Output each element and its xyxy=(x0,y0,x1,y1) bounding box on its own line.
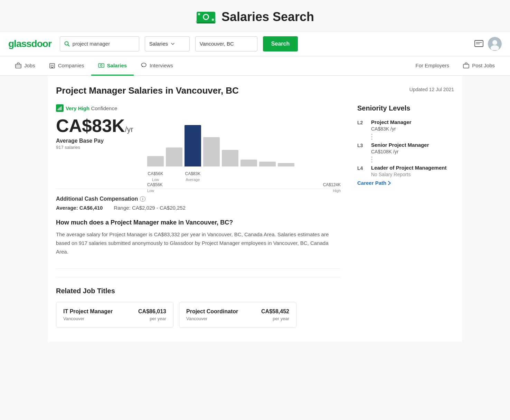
job-search-field[interactable] xyxy=(60,36,139,51)
related-job-salary: CA$86,013 xyxy=(138,308,166,315)
logo[interactable]: glassdoor xyxy=(8,38,51,49)
sidebar: Seniority Levels L2Project ManagerCA$83K… xyxy=(357,104,454,328)
tab-post-jobs[interactable]: Post Jobs xyxy=(456,56,502,76)
chart-bar: CA$56KLow xyxy=(147,156,164,166)
chevron-right-icon xyxy=(388,181,391,185)
profile-button[interactable] xyxy=(488,37,502,51)
messages-button[interactable] xyxy=(474,40,484,48)
updated-date: Updated 12 Jul 2021 xyxy=(409,87,454,92)
related-job-title: Project Coordinator xyxy=(186,308,238,315)
chart-bar: CA$83KAverage xyxy=(185,125,201,166)
confidence-icon xyxy=(56,104,64,112)
salary-amount: CA$83K/yr xyxy=(56,116,133,136)
chart-high-sub: High xyxy=(333,189,341,193)
navbar: glassdoor Salaries Search xyxy=(0,31,510,56)
confidence-text: Very High Confidence xyxy=(66,105,117,111)
building-icon xyxy=(49,62,55,68)
related-job-card[interactable]: Project CoordinatorCA$58,452Vancouverper… xyxy=(179,302,296,328)
svg-rect-27 xyxy=(59,108,59,110)
tab-jobs[interactable]: Jobs xyxy=(8,56,42,76)
seniority-job-title: Leader of Project Management xyxy=(371,165,454,171)
seniority-job-title: Project Manager xyxy=(371,119,454,125)
nav-right: For Employers Post Jobs xyxy=(409,56,502,76)
svg-rect-22 xyxy=(98,64,104,67)
salary-left: Very High Confidence CA$83K/yr Average B… xyxy=(56,104,133,178)
related-job-title: IT Project Manager xyxy=(63,308,113,315)
job-search-input[interactable] xyxy=(73,41,135,47)
chart-bar xyxy=(166,147,182,166)
svg-rect-3 xyxy=(198,13,200,15)
related-job-top-row: IT Project ManagerCA$86,013 xyxy=(63,308,166,315)
svg-rect-18 xyxy=(53,65,54,66)
additional-cash-values: Average: CA$6,410 Range: CA$2,029 - CA$2… xyxy=(56,205,341,211)
chat-icon xyxy=(141,62,147,68)
info-icon[interactable]: i xyxy=(140,196,145,202)
career-path-link[interactable]: Career Path xyxy=(357,180,454,186)
tab-salaries-label: Salaries xyxy=(107,63,127,68)
seniority-item: L4Leader of Project ManagementNo Salary … xyxy=(357,165,454,177)
chart-bar xyxy=(203,137,220,166)
category-dropdown[interactable]: Salaries xyxy=(145,36,190,51)
svg-rect-20 xyxy=(53,66,54,67)
search-icon xyxy=(64,41,70,47)
seniority-dot xyxy=(371,134,372,135)
chart-bar xyxy=(222,150,238,166)
confidence-badge: Very High Confidence xyxy=(56,104,133,112)
related-job-bottom-row: Vancouverper year xyxy=(186,315,289,321)
category-value: Salaries xyxy=(149,41,168,47)
post-jobs-icon xyxy=(463,62,469,68)
chart-low-sub: Low xyxy=(147,189,154,193)
page-banner-title: Salaries Search xyxy=(221,10,314,24)
seniority-item: L2Project ManagerCA$83K /yr xyxy=(357,119,454,132)
seniority-salary: No Salary Reports xyxy=(371,172,454,177)
seniority-dot xyxy=(371,159,372,160)
messages-icon xyxy=(474,40,484,48)
tab-interviews[interactable]: Interviews xyxy=(134,56,180,76)
top-banner: Salaries Search xyxy=(0,0,510,31)
tab-companies[interactable]: Companies xyxy=(42,56,91,76)
svg-rect-21 xyxy=(51,67,53,68)
related-job-location: Vancouver xyxy=(63,316,84,321)
svg-rect-4 xyxy=(212,19,214,21)
svg-line-8 xyxy=(68,45,69,46)
related-job-card[interactable]: IT Project ManagerCA$86,013Vancouverper … xyxy=(56,302,173,328)
related-job-bottom-row: Vancouverper year xyxy=(63,315,166,321)
related-jobs-section: Related Job Titles IT Project ManagerCA$… xyxy=(56,277,341,328)
main-content: Project Manager Salaries in Vancouver, B… xyxy=(48,76,462,342)
briefcase-icon xyxy=(15,62,21,68)
salary-section: Very High Confidence CA$83K/yr Average B… xyxy=(56,104,341,178)
additional-cash-section: Additional Cash Compensation i Average: … xyxy=(56,189,341,211)
seniority-level-label: L2 xyxy=(357,120,367,125)
location-input[interactable] xyxy=(195,36,257,51)
related-job-salary: CA$58,452 xyxy=(261,308,289,315)
tab-for-employers[interactable]: For Employers xyxy=(409,56,456,76)
chart-bar xyxy=(259,162,276,166)
svg-rect-26 xyxy=(58,109,58,110)
page-title: Project Manager Salaries in Vancouver, B… xyxy=(56,85,239,96)
seniority-info: Project ManagerCA$83K /yr xyxy=(371,119,454,132)
money-icon xyxy=(196,10,216,24)
chevron-down-icon xyxy=(171,42,175,46)
chart-low-sublabel: Low xyxy=(152,178,159,182)
seniority-connector xyxy=(371,134,454,140)
seniority-info: Senior Project ManagerCA$108K /yr xyxy=(371,142,454,154)
chart-bar xyxy=(240,160,257,166)
svg-rect-6 xyxy=(197,22,215,23)
tab-salaries[interactable]: Salaries xyxy=(91,56,134,76)
salary-label: Average Base Pay xyxy=(56,138,133,144)
content-main: Very High Confidence CA$83K/yr Average B… xyxy=(56,104,341,328)
seniority-salary: CA$83K /yr xyxy=(371,126,454,132)
related-job-period: per year xyxy=(273,316,289,321)
page-header: Project Manager Salaries in Vancouver, B… xyxy=(56,85,454,96)
search-button[interactable]: Search xyxy=(263,36,298,51)
cash-avg: Average: CA$6,410 xyxy=(56,205,103,211)
dollar-icon xyxy=(98,62,104,68)
svg-rect-28 xyxy=(60,107,60,110)
svg-rect-29 xyxy=(61,106,62,110)
post-jobs-label: Post Jobs xyxy=(472,63,495,68)
avatar xyxy=(488,37,502,51)
svg-rect-16 xyxy=(51,65,51,66)
seniority-connector xyxy=(371,156,454,163)
svg-rect-9 xyxy=(475,40,483,47)
seniority-dot xyxy=(371,139,372,140)
